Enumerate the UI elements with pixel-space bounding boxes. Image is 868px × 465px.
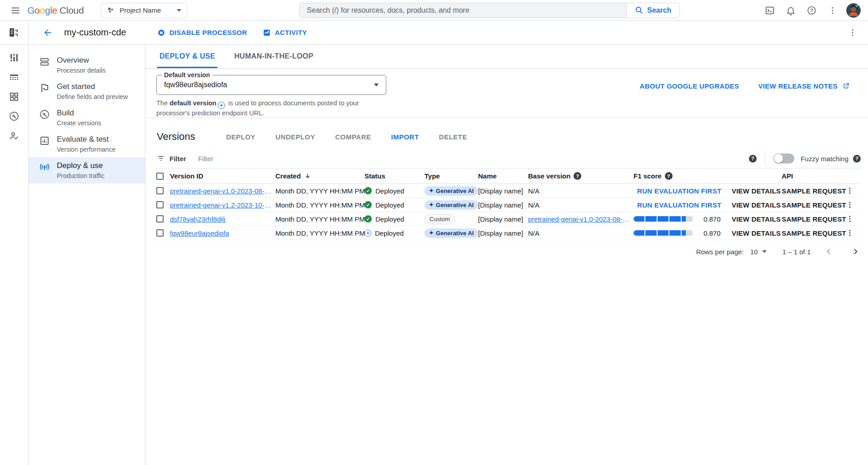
previous-page-icon[interactable] — [824, 247, 833, 256]
version-id-link[interactable]: pretrained-genai-v1.2-2023-10-23 — [170, 201, 272, 209]
select-all-checkbox[interactable] — [156, 173, 164, 180]
run-evaluation-link[interactable]: RUN EVALUATION FIRST — [637, 201, 721, 209]
help-icon[interactable]: ? — [803, 1, 821, 20]
sidebar-item-overview[interactable]: OverviewProcessor details — [29, 52, 145, 78]
default-version-star-icon: ★ — [364, 230, 371, 237]
more-options-icon[interactable] — [823, 1, 842, 20]
nav-sublabel: Define fields and preview — [57, 93, 128, 100]
fuzzy-matching-label: Fuzzy matching — [801, 155, 848, 163]
row-checkbox[interactable] — [156, 187, 164, 194]
sidebar-item-deploy-use[interactable]: Deploy & useProduction traffic — [29, 157, 145, 183]
disable-processor-button[interactable]: DISABLE PROCESSOR — [157, 29, 247, 37]
status-value: Deployed — [375, 187, 404, 195]
deployed-check-icon: ✓ — [364, 187, 372, 194]
tab-human-in-the-loop[interactable]: HUMAN-IN-THE-LOOP — [231, 45, 316, 68]
dashboard-bars-icon[interactable] — [8, 52, 20, 64]
version-id-link[interactable]: dsf78yah23rhf8dilj — [170, 215, 225, 223]
next-page-icon[interactable] — [851, 247, 860, 256]
version-id-link[interactable]: fqw98eur8ajsediofa — [170, 229, 229, 237]
sidebar-item-build[interactable]: BuildCreate versions — [29, 104, 145, 131]
project-selector[interactable]: Project Name — [101, 3, 187, 18]
default-version-value: fqw98eur8ajsediofa — [164, 81, 227, 89]
row-menu-icon[interactable] — [846, 215, 854, 223]
apps-grid-icon[interactable] — [8, 91, 20, 103]
nav-label: Overview — [57, 56, 105, 65]
flag-icon — [39, 83, 50, 94]
google-cloud-logo[interactable]: Google Cloud — [27, 5, 84, 16]
row-checkbox[interactable] — [156, 229, 164, 237]
run-evaluation-link[interactable]: RUN EVALUATION FIRST — [637, 187, 721, 195]
type-badge: ✦Generative AI — [424, 186, 478, 196]
view-details-button[interactable]: VIEW DETAILS — [732, 215, 781, 223]
sort-desc-icon — [304, 173, 311, 180]
row-checkbox[interactable] — [156, 201, 164, 208]
about-google-upgrades-link[interactable]: ABOUT GOOGLE UPGRADES — [640, 82, 739, 90]
view-details-button[interactable]: VIEW DETAILS — [732, 229, 781, 237]
compare-button[interactable]: COMPARE — [334, 131, 372, 143]
column-status[interactable]: Status — [364, 172, 424, 180]
disable-icon — [157, 29, 165, 37]
table-rows-icon[interactable] — [8, 71, 20, 83]
rows-per-page-label: Rows per page: — [696, 248, 744, 256]
sidebar-item-evaluate-test[interactable]: Evaluate & testVersion performance — [29, 131, 145, 157]
sample-request-button[interactable]: SAMPLE REQUEST — [782, 229, 846, 237]
cloud-shell-icon[interactable] — [761, 1, 779, 20]
page-header: my-custom-cde DISABLE PROCESSOR ACTIVITY — [29, 21, 868, 45]
column-name[interactable]: Name — [478, 172, 528, 180]
view-release-notes-link[interactable]: VIEW RELEASE NOTES — [758, 82, 850, 90]
column-f1-score[interactable]: F1 score ? — [634, 172, 732, 180]
base-version-help-icon[interactable]: ? — [574, 172, 581, 180]
row-menu-icon[interactable] — [846, 187, 854, 195]
activity-button[interactable]: ACTIVITY — [263, 29, 307, 37]
view-details-button[interactable]: VIEW DETAILS — [732, 201, 781, 209]
tab-bar: DEPLOY & USE HUMAN-IN-THE-LOOP — [145, 45, 868, 69]
pagination-bar: Rows per page: 10 1 – 1 of 1 — [145, 240, 868, 263]
view-details-button[interactable]: VIEW DETAILS — [732, 187, 781, 195]
avatar[interactable] — [846, 3, 861, 18]
import-button[interactable]: IMPORT — [390, 131, 419, 143]
deploy-button[interactable]: DEPLOY — [225, 131, 256, 143]
column-type[interactable]: Type — [424, 172, 478, 180]
column-base-version[interactable]: Base version ? — [528, 172, 634, 180]
version-id-link[interactable]: pretrained-genai-v1.0-2023-08-22 — [170, 187, 272, 195]
status-value: Deployed — [375, 229, 404, 237]
filter-input[interactable] — [198, 155, 749, 163]
f1-score-help-icon[interactable]: ? — [665, 172, 673, 180]
delete-button[interactable]: DELETE — [438, 131, 468, 143]
page-menu-icon[interactable] — [843, 24, 862, 42]
sample-request-button[interactable]: SAMPLE REQUEST — [782, 215, 846, 223]
labeling-person-check-icon[interactable] — [8, 130, 20, 142]
default-version-helper-text: The default version★ is used to process … — [156, 99, 386, 118]
notifications-bell-icon[interactable] — [782, 1, 800, 20]
base-version-link[interactable]: pretrained-genai-v1.0-2023-08-22 — [528, 215, 630, 223]
sample-request-button[interactable]: SAMPLE REQUEST — [782, 187, 846, 195]
rows-per-page-select[interactable]: 10 — [750, 248, 767, 256]
row-menu-icon[interactable] — [846, 229, 854, 237]
search-input[interactable] — [299, 3, 626, 18]
project-selector-label: Project Name — [120, 6, 161, 14]
row-checkbox[interactable] — [156, 215, 164, 223]
tab-deploy-and-use[interactable]: DEPLOY & USE — [157, 45, 218, 68]
search-button[interactable]: Search — [626, 3, 679, 18]
fuzzy-matching-help-icon[interactable]: ? — [853, 155, 861, 163]
pagination-range: 1 – 1 of 1 — [782, 248, 811, 256]
sidebar-item-get-started[interactable]: Get startedDefine fields and preview — [29, 78, 145, 104]
row-menu-icon[interactable] — [846, 201, 854, 209]
default-version-select[interactable]: Default version fqw98eur8ajsediofa — [156, 75, 386, 95]
fuzzy-matching-toggle[interactable] — [773, 153, 794, 163]
versions-table: Version ID Created Status Type Name Base… — [156, 168, 861, 240]
column-created[interactable]: Created — [275, 172, 364, 180]
versions-table-body: pretrained-genai-v1.0-2023-08-22Month DD… — [156, 184, 861, 240]
column-version-id[interactable]: Version ID — [170, 172, 275, 180]
created-value: Month DD, YYYY HH:MM PM — [275, 229, 365, 237]
sample-request-button[interactable]: SAMPLE REQUEST — [782, 201, 846, 209]
back-arrow-icon[interactable] — [39, 24, 57, 42]
filter-help-icon[interactable]: ? — [749, 155, 757, 163]
docai-processor-icon[interactable] — [5, 24, 23, 42]
build-circle-icon[interactable] — [8, 110, 20, 122]
hamburger-menu-icon[interactable] — [6, 1, 25, 20]
versions-table-header: Version ID Created Status Type Name Base… — [156, 168, 861, 184]
undeploy-button[interactable]: UNDEPLOY — [274, 131, 316, 143]
f1-score-bar — [634, 216, 693, 222]
type-badge: Custom — [424, 214, 455, 224]
